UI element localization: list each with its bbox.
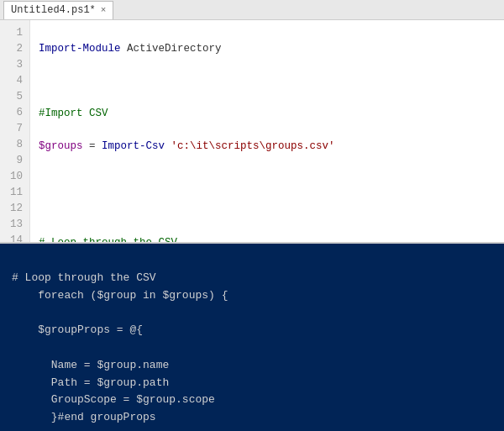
tab-label: Untitled4.ps1* <box>11 4 96 16</box>
code-line-5 <box>39 171 496 187</box>
tab-bar: Untitled4.ps1* × <box>0 0 504 20</box>
code-area[interactable]: 1 2 3 4 5 6 7 8 9 10 11 12 13 14 15 16 1… <box>0 20 504 242</box>
terminal-line-5: $groupProps = @{ <box>12 322 492 339</box>
terminal-line-4 <box>12 304 492 322</box>
terminal-line-6 <box>12 339 492 357</box>
terminal-line-11 <box>12 427 492 431</box>
terminal-pane: # Loop through the CSV foreach ($group i… <box>0 244 504 431</box>
terminal-line-3: foreach ($group in $groups) { <box>12 287 492 305</box>
terminal-line-10: }#end groupProps <box>12 409 492 427</box>
code-line-4: $groups = Import-Csv 'c:\it\scripts\grou… <box>39 139 496 155</box>
editor-tab[interactable]: Untitled4.ps1* × <box>3 1 113 19</box>
code-line-2 <box>39 74 496 90</box>
line-numbers: 1 2 3 4 5 6 7 8 9 10 11 12 13 14 15 16 1… <box>0 20 30 242</box>
code-line-6 <box>39 202 496 218</box>
terminal-line-9: GroupScope = $group.scope <box>12 392 492 409</box>
terminal-line-7: Name = $group.name <box>12 357 492 375</box>
terminal-line-8: Path = $group.path <box>12 375 492 392</box>
code-line-1: Import-Module ActiveDirectory <box>39 41 496 57</box>
code-content[interactable]: Import-Module ActiveDirectory #Import CS… <box>30 20 504 242</box>
editor-pane: Untitled4.ps1* × 1 2 3 4 5 6 7 8 9 10 11… <box>0 0 504 244</box>
terminal-line-1 <box>12 252 492 270</box>
code-line-3: #Import CSV <box>39 106 496 122</box>
terminal-line-2: # Loop through the CSV <box>12 270 492 287</box>
tab-close-button[interactable]: × <box>101 5 107 15</box>
code-line-7: # Loop through the CSV <box>39 235 496 242</box>
